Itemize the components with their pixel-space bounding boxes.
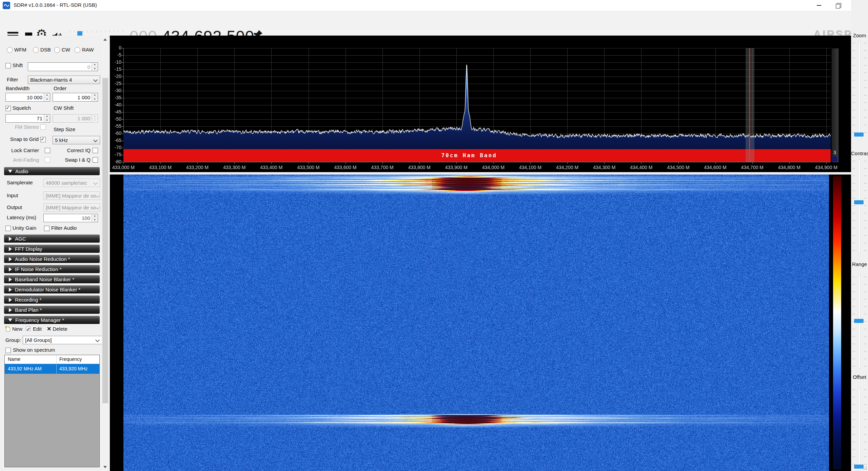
- edit-button[interactable]: Edit: [25, 326, 42, 332]
- slider-tick: [864, 213, 867, 213]
- slider-tick: [864, 58, 867, 58]
- frequency-table: Name Frequency 433,92 MHz AM 433,920 MHz: [4, 355, 100, 467]
- latency-spinner[interactable]: ▲▼: [92, 214, 98, 222]
- unity-gain-label: Unity Gain: [13, 225, 36, 231]
- mode-radio-wfm[interactable]: [7, 47, 13, 53]
- shift-input[interactable]: 0▲▼: [28, 62, 98, 71]
- minimize-button[interactable]: [809, 0, 829, 11]
- new-button[interactable]: New: [5, 326, 22, 332]
- delete-button[interactable]: ✕ Delete: [47, 326, 67, 332]
- latency-input[interactable]: 100▲▼: [43, 214, 98, 222]
- group-dropdown[interactable]: [All Groups]: [23, 336, 102, 344]
- swap-iq-checkbox[interactable]: [93, 157, 98, 163]
- fm-stereo-label: FM Stereo: [5, 124, 39, 130]
- squelch-input[interactable]: 71▲▼: [5, 114, 50, 123]
- slider-tick: [864, 243, 867, 243]
- slider-tick: [852, 366, 855, 367]
- range-slider-handle[interactable]: [854, 319, 864, 323]
- section-header-if-noise-reduction[interactable]: IF Noise Reduction *: [4, 265, 100, 273]
- shift-spinner[interactable]: ▲▼: [92, 63, 98, 71]
- section-header-agc[interactable]: AGC: [4, 234, 100, 243]
- column-header-name[interactable]: Name: [5, 355, 56, 364]
- section-header-band-plan[interactable]: Band Plan *: [4, 306, 100, 314]
- slider-tick: [864, 95, 867, 96]
- waterfall-display[interactable]: [110, 175, 851, 471]
- zoom-slider-handle[interactable]: [854, 132, 864, 137]
- zoom-slider[interactable]: [858, 41, 861, 140]
- slider-tick: [852, 389, 855, 390]
- freq-tick-label: 433,700 M: [364, 165, 401, 170]
- shift-checkbox[interactable]: [5, 63, 11, 68]
- squelch-checkbox[interactable]: [5, 106, 11, 111]
- chevron-collapsed-icon: [9, 288, 12, 292]
- scrollbar-thumb[interactable]: [102, 78, 108, 403]
- section-header-fft-display[interactable]: FFT Display: [4, 245, 100, 253]
- slider-tick: [864, 427, 867, 427]
- filter-audio-checkbox[interactable]: [44, 226, 50, 231]
- tuning-bandwidth-marker[interactable]: [746, 48, 754, 162]
- section-header-recording[interactable]: Recording *: [4, 295, 100, 304]
- order-spinner[interactable]: ▲▼: [92, 93, 98, 101]
- mode-radio-cw[interactable]: [54, 47, 60, 53]
- volume-tick: [74, 30, 75, 33]
- show-on-spectrum-checkbox[interactable]: [5, 348, 11, 353]
- section-header-demodulator-noise-blanker[interactable]: Demodulator Noise Blanker *: [4, 285, 100, 293]
- scrollbar-up-icon[interactable]: [103, 38, 107, 41]
- section-header-baseband-noise-blanker[interactable]: Baseband Noise Blanker *: [4, 275, 100, 283]
- step-size-label: Step Size: [54, 126, 75, 132]
- table-header: Name Frequency: [5, 355, 99, 364]
- waterfall-canvas[interactable]: [123, 175, 829, 471]
- slider-tick: [864, 449, 867, 450]
- correct-iq-checkbox[interactable]: [93, 148, 98, 153]
- spectrum-scrollbar-thumb[interactable]: [832, 157, 837, 161]
- db-tick-label: -65: [110, 138, 121, 143]
- contrast-slider-handle[interactable]: [854, 200, 864, 204]
- chevron-collapsed-icon: [9, 237, 12, 241]
- section-header-frequency-manager[interactable]: Frequency Manager *: [4, 316, 100, 324]
- unity-gain-checkbox[interactable]: [5, 226, 11, 231]
- panel-scrollbar[interactable]: [102, 36, 109, 471]
- spectrum-display[interactable]: 0-5-10-15-20-25-30-35-40-45-50-55-60-65-…: [110, 36, 851, 172]
- volume-tick: [114, 30, 114, 33]
- freq-tick-label: 433,400 M: [253, 165, 290, 170]
- chevron-down-icon: [93, 78, 98, 82]
- snap-to-grid-checkbox[interactable]: [40, 137, 46, 142]
- volume-tick: [96, 30, 97, 33]
- table-row[interactable]: 433,92 MHz AM 433,920 MHz: [5, 364, 99, 374]
- slider-tick: [864, 277, 867, 277]
- spectrum-scrollbar[interactable]: [831, 48, 839, 163]
- tuning-carrier-line[interactable]: [749, 48, 750, 162]
- contrast-slider[interactable]: [858, 159, 861, 253]
- lock-carrier-checkbox[interactable]: [45, 148, 50, 153]
- squelch-spinner[interactable]: ▲▼: [44, 115, 50, 122]
- bandwidth-spinner[interactable]: ▲▼: [44, 93, 50, 101]
- group-label: Group:: [5, 337, 21, 343]
- filter-dropdown[interactable]: Blackman-Harris 4: [28, 76, 100, 84]
- scrollbar-down-icon[interactable]: [103, 466, 107, 468]
- chevron-collapsed-icon: [9, 298, 12, 302]
- chevron-collapsed-icon: [9, 267, 12, 271]
- slider-tick: [864, 284, 867, 285]
- delete-x-icon: ✕: [47, 326, 51, 332]
- resize-grip[interactable]: [863, 466, 867, 470]
- section-header-audio-noise-reduction[interactable]: Audio Noise Reduction *: [4, 255, 100, 263]
- slider-tick: [852, 205, 855, 206]
- order-input[interactable]: 1 000▲▼: [53, 93, 98, 102]
- audio-input-label: Input: [7, 192, 18, 198]
- offset-slider-handle[interactable]: [854, 465, 864, 469]
- audio-section-header[interactable]: Audio: [4, 167, 100, 175]
- mode-label-cw: CW: [62, 47, 70, 53]
- slider-tick: [852, 336, 855, 337]
- fm-stereo-checkbox: [40, 124, 46, 130]
- column-header-frequency[interactable]: Frequency: [56, 355, 82, 364]
- mode-radio-dsb[interactable]: [33, 47, 39, 53]
- maximize-button[interactable]: [829, 0, 848, 11]
- spectrum-canvas[interactable]: [110, 36, 851, 172]
- freq-tick-label: 433,800 M: [401, 165, 438, 170]
- bandwidth-label: Bandwidth: [6, 85, 29, 91]
- offset-slider[interactable]: [858, 388, 861, 470]
- step-size-dropdown[interactable]: 5 kHz: [53, 136, 100, 144]
- mode-label-raw: RAW: [82, 47, 94, 53]
- mode-radio-raw[interactable]: [75, 47, 80, 53]
- bandwidth-input[interactable]: 10 000▲▼: [5, 93, 50, 102]
